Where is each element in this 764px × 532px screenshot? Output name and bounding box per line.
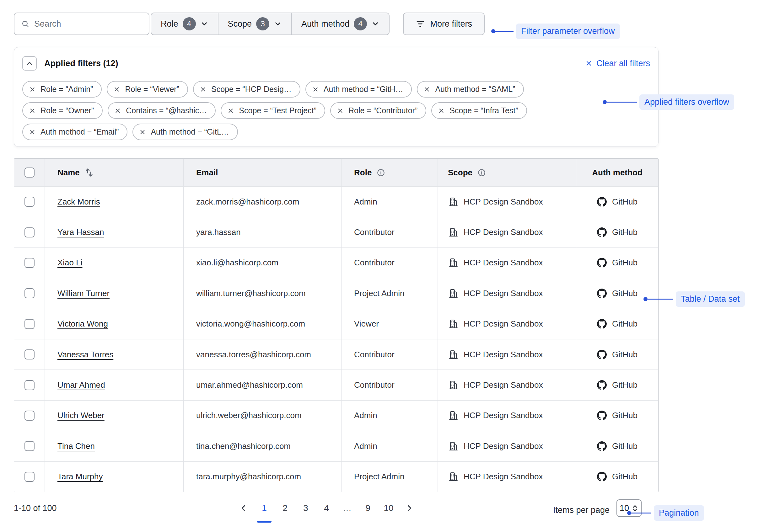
page-button[interactable]: 10 <box>383 499 394 517</box>
row-checkbox[interactable] <box>25 411 35 421</box>
user-name-link[interactable]: Yara Hassan <box>58 227 104 237</box>
remove-filter-icon[interactable] <box>29 107 36 114</box>
org-building-icon <box>448 471 458 482</box>
applied-filter-chip[interactable]: Role = “Admin” <box>22 81 102 97</box>
collapse-filters-button[interactable] <box>22 56 37 70</box>
user-name-link[interactable]: William Turner <box>58 289 109 298</box>
annotation-label: Filter parameter overflow <box>516 24 620 39</box>
filter-dropdown-scope[interactable]: Scope 3 <box>218 13 291 35</box>
chip-label: Auth method = “SAML” <box>435 85 515 94</box>
applied-filter-chip[interactable]: Scope = “HCP Desig… <box>193 81 300 97</box>
row-checkbox-cell <box>14 370 45 400</box>
annotation-dot <box>603 100 607 104</box>
column-header-label: Auth method <box>592 168 642 178</box>
remove-filter-icon[interactable] <box>312 86 319 93</box>
user-name-link[interactable]: Victoria Wong <box>58 319 108 329</box>
page-button[interactable]: 4 <box>321 499 332 517</box>
github-icon <box>597 197 607 207</box>
applied-filter-chip[interactable]: Auth method = “GitL… <box>132 124 238 140</box>
remove-filter-icon[interactable] <box>337 107 344 114</box>
applied-filter-chip[interactable]: Scope = “Infra Test” <box>431 102 527 119</box>
annotation-table-data-set: Table / Data set <box>644 291 745 307</box>
role-cell: Project Admin <box>341 278 438 308</box>
applied-filters-title: Applied filters (12) <box>44 59 118 68</box>
user-name-link[interactable]: Umar Ahmed <box>58 380 105 390</box>
org-building-icon <box>448 380 458 390</box>
auth-method-value: GitHub <box>612 441 638 451</box>
row-checkbox[interactable] <box>25 197 35 207</box>
applied-filter-chip[interactable]: Auth method = “Email” <box>22 124 127 140</box>
row-checkbox[interactable] <box>25 227 35 237</box>
row-checkbox[interactable] <box>25 380 35 390</box>
remove-filter-icon[interactable] <box>29 86 36 93</box>
email-value: victoria.wong@hashicorp.com <box>196 319 305 329</box>
info-icon[interactable] <box>478 169 486 177</box>
remove-filter-icon[interactable] <box>200 86 207 93</box>
page-button[interactable]: 2 <box>280 499 290 517</box>
search-icon <box>21 19 29 28</box>
remove-filter-icon[interactable] <box>114 107 121 114</box>
filter-icon <box>416 19 425 29</box>
applied-filter-chip[interactable]: Auth method = “GitH… <box>305 81 412 97</box>
user-name-link[interactable]: Zack Morris <box>58 197 100 207</box>
search-input[interactable] <box>34 19 142 29</box>
select-all-checkbox[interactable] <box>25 168 35 178</box>
user-name-link[interactable]: Vanessa Torres <box>58 350 113 359</box>
table-row: Yara Hassan yara.hassan Contributor HCP … <box>14 217 658 247</box>
applied-filter-chip[interactable]: Scope = “Test Project” <box>221 102 325 119</box>
remove-filter-icon[interactable] <box>113 86 120 93</box>
applied-filter-chip[interactable]: Contains = “@hashic… <box>108 102 216 119</box>
github-icon <box>597 411 607 420</box>
search-box[interactable] <box>14 13 149 35</box>
role-value: Contributor <box>354 227 395 237</box>
user-name-link[interactable]: Ulrich Weber <box>58 411 104 420</box>
user-name-link[interactable]: Tara Murphy <box>58 472 103 481</box>
row-checkbox[interactable] <box>25 258 35 268</box>
row-checkbox[interactable] <box>25 288 35 298</box>
row-checkbox[interactable] <box>25 472 35 482</box>
remove-filter-icon[interactable] <box>139 129 146 136</box>
chip-label: Auth method = “GitL… <box>151 127 229 136</box>
filter-dropdown-auth-method[interactable]: Auth method 4 <box>291 13 389 35</box>
email-cell: vanessa.torres@hashicorp.com <box>183 339 341 369</box>
user-name-link[interactable]: Xiao Li <box>58 258 83 268</box>
applied-filters-header: Applied filters (12) Clear all filters <box>22 56 650 70</box>
applied-filter-chip[interactable]: Auth method = “SAML” <box>417 81 524 97</box>
email-cell: tara.murphy@hashicorp.com <box>183 462 341 492</box>
page-button[interactable]: 1 <box>259 499 270 517</box>
page-button[interactable]: 3 <box>300 499 311 517</box>
remove-filter-icon[interactable] <box>424 86 430 93</box>
chip-label: Role = “Admin” <box>41 85 93 94</box>
email-value: tara.murphy@hashicorp.com <box>196 472 301 481</box>
sort-icon[interactable] <box>85 168 94 178</box>
column-header-name[interactable]: Name <box>45 159 183 186</box>
applied-filter-chip[interactable]: Role = “Viewer” <box>107 81 188 97</box>
row-checkbox-cell <box>14 217 45 247</box>
row-checkbox[interactable] <box>25 319 35 329</box>
scope-cell: HCP Design Sandbox <box>438 217 576 247</box>
auth-method-cell: GitHub <box>576 339 658 369</box>
remove-filter-icon[interactable] <box>438 107 445 114</box>
page-button[interactable]: 9 <box>362 499 374 517</box>
more-filters-button[interactable]: More filters <box>403 13 484 35</box>
user-name-link[interactable]: Tina Chen <box>58 441 95 451</box>
role-value: Admin <box>354 197 377 207</box>
info-icon[interactable] <box>377 169 385 177</box>
remove-filter-icon[interactable] <box>29 129 36 136</box>
email-cell: umar.ahmed@hashicorp.com <box>183 370 341 400</box>
row-checkbox[interactable] <box>25 441 35 451</box>
clear-all-filters-button[interactable]: Clear all filters <box>585 59 650 68</box>
previous-page-button[interactable] <box>238 504 249 513</box>
filter-dropdown-role[interactable]: Role 4 <box>151 13 218 35</box>
github-icon <box>597 227 607 237</box>
remove-filter-icon[interactable] <box>227 107 234 114</box>
chevron-left-icon <box>239 504 248 513</box>
applied-filter-chip[interactable]: Role = “Contributor” <box>330 102 426 119</box>
email-value: zack.morris@hashicorp.com <box>196 197 299 207</box>
next-page-button[interactable] <box>404 504 415 513</box>
annotation-filter-parameter-overflow: Filter parameter overflow <box>491 24 620 39</box>
applied-filter-chip[interactable]: Role = “Owner” <box>22 102 102 119</box>
annotation-dot <box>491 29 495 33</box>
annotation-connector <box>631 513 651 513</box>
row-checkbox[interactable] <box>25 349 35 359</box>
